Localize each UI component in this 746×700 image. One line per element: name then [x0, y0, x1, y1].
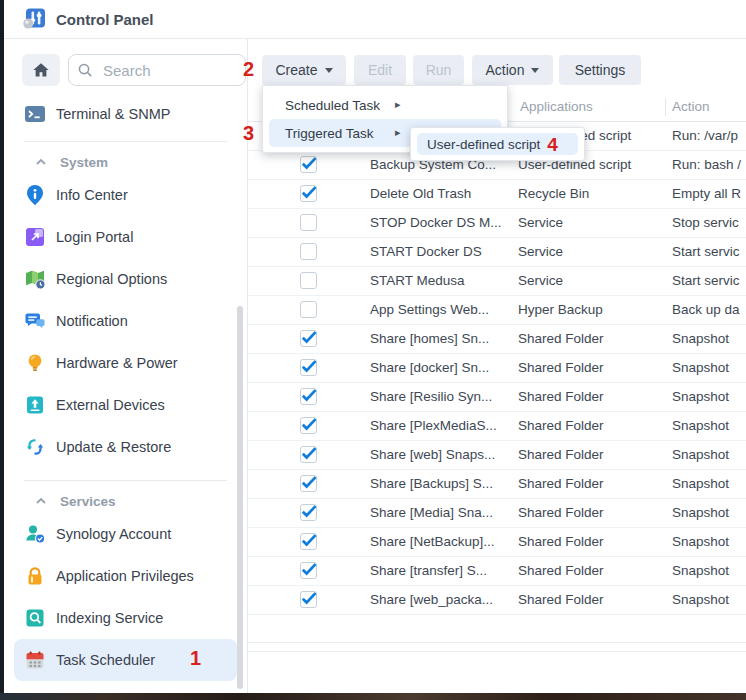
external-devices-icon — [24, 394, 46, 416]
sidebar-item-application-privileges[interactable]: Application Privileges — [14, 555, 237, 597]
empty-row-line — [248, 642, 746, 643]
task-name-cell: Share [web_packa... — [370, 592, 493, 607]
regional-options-icon — [24, 268, 46, 290]
sidebar-item-regional-options[interactable]: Regional Options — [14, 258, 237, 300]
application-cell: Service — [518, 273, 563, 288]
empty-row-line — [248, 651, 746, 652]
annotation-1: 1 — [190, 648, 201, 668]
row-checkbox[interactable] — [300, 562, 317, 579]
table-row[interactable]: Delete Old TrashRecycle BinEmpty all R — [248, 180, 746, 209]
row-checkbox[interactable] — [300, 243, 317, 260]
action-cell: Run: bash / — [672, 157, 741, 172]
submenu-arrow-icon: ▸ — [395, 98, 401, 111]
sidebar-item-login-portal[interactable]: Login Portal — [14, 216, 237, 258]
action-cell: Start servic — [672, 244, 740, 259]
section-header-system[interactable]: System — [4, 150, 247, 174]
table-row[interactable]: Share [docker] Sn...Shared FolderSnapsho… — [248, 354, 746, 383]
sidebar-item-indexing-service[interactable]: Indexing Service — [14, 597, 237, 639]
sidebar-item-notification[interactable]: Notification — [14, 300, 237, 342]
sidebar-item-update-restore[interactable]: Update & Restore — [14, 426, 237, 468]
menu-item-label: Triggered Task — [285, 126, 374, 141]
task-name-cell: START Medusa — [370, 273, 465, 288]
task-name-cell: Share [web] Snaps... — [370, 447, 495, 462]
sidebar-item-info-center[interactable]: Info Center — [14, 174, 237, 216]
settings-button[interactable]: Settings — [559, 55, 641, 85]
application-cell: Shared Folder — [518, 447, 604, 462]
action-cell: Stop servic — [672, 215, 739, 230]
table-row[interactable]: Share [web] Snaps...Shared FolderSnapsho… — [248, 441, 746, 470]
update-restore-icon — [24, 436, 46, 458]
sidebar-item-external-devices[interactable]: External Devices — [14, 384, 237, 426]
action-cell: Snapshot — [672, 360, 729, 375]
table-row[interactable]: Share [homes] Sn...Shared FolderSnapshot — [248, 325, 746, 354]
table-row[interactable]: Share [Media] Sna...Shared FolderSnapsho… — [248, 499, 746, 528]
sidebar-item-task-scheduler[interactable]: Task Scheduler — [14, 639, 237, 681]
task-name-cell: Share [NetBackup]... — [370, 534, 495, 549]
row-checkbox[interactable] — [300, 591, 317, 608]
row-checkbox[interactable] — [300, 301, 317, 318]
table-row[interactable]: Share [Resilio Syn...Shared FolderSnapsh… — [248, 383, 746, 412]
table-row[interactable]: START Docker DSServiceStart servic — [248, 238, 746, 267]
sidebar-item-label: Info Center — [56, 187, 128, 203]
table-row[interactable]: Share [Backups] S...Shared FolderSnapsho… — [248, 470, 746, 499]
column-header-action[interactable]: Action — [672, 99, 710, 114]
menu-item-scheduled-task[interactable]: Scheduled Task▸ — [269, 91, 501, 119]
sidebar-item-synology-account[interactable]: Synology Account — [14, 513, 237, 555]
application-cell: Shared Folder — [518, 331, 604, 346]
row-checkbox[interactable] — [300, 156, 317, 173]
sidebar-scrollbar[interactable] — [237, 306, 243, 689]
row-checkbox[interactable] — [300, 388, 317, 405]
sidebar-item-label: Synology Account — [56, 526, 171, 542]
table-row[interactable]: Share [PlexMediaS...Shared FolderSnapsho… — [248, 412, 746, 441]
row-checkbox[interactable] — [300, 475, 317, 492]
search-box[interactable] — [68, 54, 246, 86]
task-table-body: User-defined scriptRun: /var/pBackup Sys… — [248, 122, 746, 615]
task-name-cell: STOP Docker DS M... — [370, 215, 502, 230]
sidebar-item-label: Notification — [56, 313, 128, 329]
row-checkbox[interactable] — [300, 330, 317, 347]
home-icon — [31, 60, 51, 80]
action-cell: Snapshot — [672, 592, 729, 607]
table-row[interactable]: STOP Docker DS M...ServiceStop servic — [248, 209, 746, 238]
section-header-services[interactable]: Services — [4, 489, 247, 513]
home-button[interactable] — [22, 54, 60, 86]
application-cell: Service — [518, 215, 563, 230]
table-row[interactable]: Share [NetBackup]...Shared FolderSnapsho… — [248, 528, 746, 557]
check-icon — [300, 531, 318, 549]
row-checkbox[interactable] — [300, 446, 317, 463]
row-checkbox[interactable] — [300, 504, 317, 521]
toolbar: Create Edit Run Action Settings — [248, 55, 746, 85]
row-checkbox[interactable] — [300, 359, 317, 376]
edit-button[interactable]: Edit — [354, 55, 406, 85]
row-checkbox[interactable] — [300, 214, 317, 231]
row-checkbox[interactable] — [300, 533, 317, 550]
action-cell: Snapshot — [672, 389, 729, 404]
table-row[interactable]: Share [web_packa...Shared FolderSnapshot — [248, 586, 746, 615]
task-scheduler-icon — [24, 649, 46, 671]
annotation-4: 4 — [547, 135, 558, 154]
chevron-up-icon — [34, 494, 48, 508]
menu-item-label: User-defined script — [427, 137, 540, 152]
action-button[interactable]: Action — [472, 55, 553, 85]
column-header-applications[interactable]: Applications — [520, 99, 593, 114]
table-row[interactable]: Share [transfer] S...Shared FolderSnapsh… — [248, 557, 746, 586]
hardware-power-icon — [24, 352, 46, 374]
row-checkbox[interactable] — [300, 272, 317, 289]
search-input[interactable] — [101, 61, 225, 80]
create-button[interactable]: Create — [262, 55, 346, 85]
table-row[interactable]: START MedusaServiceStart servic — [248, 267, 746, 296]
check-icon — [300, 473, 318, 491]
run-button[interactable]: Run — [413, 55, 464, 85]
table-row[interactable]: App Settings Web...Hyper BackupBack up d… — [248, 296, 746, 325]
menu-item-user-defined-script[interactable]: User-defined script4 — [417, 133, 578, 155]
sidebar-item-terminal-snmp[interactable]: Terminal & SNMP — [4, 99, 247, 129]
application-cell: Recycle Bin — [518, 186, 589, 201]
check-icon — [300, 328, 318, 346]
control-panel-icon — [22, 7, 46, 31]
row-checkbox[interactable] — [300, 417, 317, 434]
row-checkbox[interactable] — [300, 185, 317, 202]
check-icon — [300, 183, 318, 201]
task-name-cell: Delete Old Trash — [370, 186, 471, 201]
action-cell: Snapshot — [672, 447, 729, 462]
sidebar-item-hardware-power[interactable]: Hardware & Power — [14, 342, 237, 384]
